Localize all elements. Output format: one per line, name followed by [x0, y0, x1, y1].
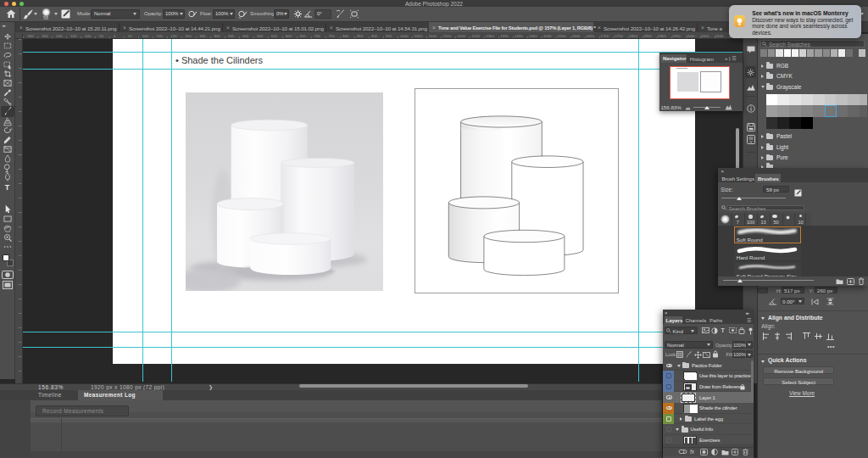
svg-text:T: T [5, 183, 10, 192]
